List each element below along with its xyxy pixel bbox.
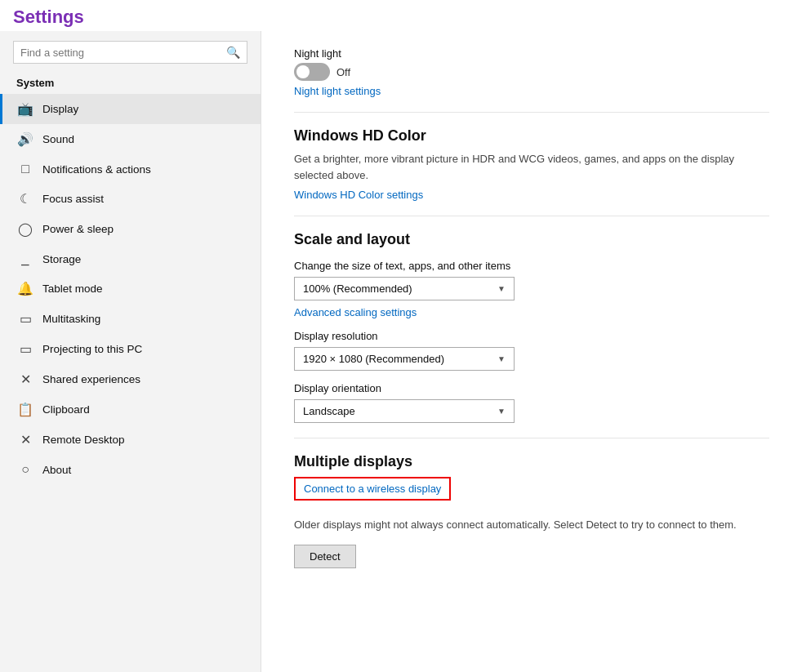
main-content: 🔍 System 📺 Display 🔊 Sound □ Notificatio… <box>0 31 802 672</box>
projecting-icon: ▭ <box>16 341 34 357</box>
orientation-chevron-icon: ▼ <box>497 407 506 416</box>
sidebar-item-sound[interactable]: 🔊 Sound <box>0 124 261 154</box>
focus-assist-icon: ☾ <box>16 191 34 207</box>
sidebar: 🔍 System 📺 Display 🔊 Sound □ Notificatio… <box>0 31 261 672</box>
connect-wireless-link[interactable]: Connect to a wireless display <box>294 477 451 501</box>
sidebar-item-clipboard[interactable]: 📋 Clipboard <box>0 394 261 425</box>
sidebar-item-label-focus-assist: Focus assist <box>42 193 104 205</box>
multiple-displays-heading: Multiple displays <box>294 453 769 470</box>
night-light-toggle[interactable] <box>294 63 330 81</box>
resolution-value: 1920 × 1080 (Recommended) <box>303 353 444 365</box>
divider-2 <box>294 216 769 216</box>
size-value: 100% (Recommended) <box>303 283 412 295</box>
power-icon: ◯ <box>16 221 34 237</box>
advanced-scaling-link[interactable]: Advanced scaling settings <box>294 306 417 318</box>
display-icon: 📺 <box>16 101 34 117</box>
sidebar-section-title: System <box>0 70 261 94</box>
scale-layout-heading: Scale and layout <box>294 231 769 248</box>
scale-layout-section: Scale and layout Change the size of text… <box>294 231 769 423</box>
divider-3 <box>294 438 769 438</box>
sidebar-item-label-sound: Sound <box>42 133 74 145</box>
sound-icon: 🔊 <box>16 131 34 147</box>
sidebar-item-projecting[interactable]: ▭ Projecting to this PC <box>0 334 261 364</box>
resolution-dropdown[interactable]: 1920 × 1080 (Recommended) ▼ <box>294 347 515 371</box>
sidebar-item-label-projecting: Projecting to this PC <box>42 343 142 355</box>
detect-button[interactable]: Detect <box>294 545 356 568</box>
orientation-value: Landscape <box>303 405 355 417</box>
title-bar: Settings <box>0 0 802 31</box>
sidebar-item-label-notifications: Notifications & actions <box>42 163 151 176</box>
sidebar-item-storage[interactable]: ⎯ Storage <box>0 244 261 274</box>
main-panel: Night light Off Night light settings Win… <box>261 31 802 672</box>
sidebar-item-power-sleep[interactable]: ◯ Power & sleep <box>0 214 261 244</box>
hd-color-description: Get a brighter, more vibrant picture in … <box>294 151 769 183</box>
size-label: Change the size of text, apps, and other… <box>294 260 769 272</box>
toggle-knob <box>296 65 310 78</box>
night-light-state: Off <box>336 66 350 78</box>
tablet-icon: 🔔 <box>16 281 34 296</box>
sidebar-item-shared-experiences[interactable]: ✕ Shared experiences <box>0 364 261 394</box>
resolution-chevron-icon: ▼ <box>497 354 506 363</box>
sidebar-item-label-tablet-mode: Tablet mode <box>42 283 103 295</box>
multiple-displays-section: Multiple displays Connect to a wireless … <box>294 453 769 568</box>
multitasking-icon: ▭ <box>16 311 34 327</box>
sidebar-item-label-shared-experiences: Shared experiences <box>42 373 140 385</box>
search-icon: 🔍 <box>226 46 240 59</box>
night-light-settings-link[interactable]: Night light settings <box>294 85 381 97</box>
search-input[interactable] <box>20 47 226 59</box>
hd-color-heading: Windows HD Color <box>294 127 769 145</box>
orientation-dropdown[interactable]: Landscape ▼ <box>294 399 515 423</box>
divider-1 <box>294 112 769 113</box>
sidebar-item-focus-assist[interactable]: ☾ Focus assist <box>0 184 261 214</box>
night-light-section: Night light Off Night light settings <box>294 47 769 97</box>
sidebar-item-label-about: About <box>42 464 71 476</box>
hd-color-settings-link[interactable]: Windows HD Color settings <box>294 189 423 201</box>
search-box[interactable]: 🔍 <box>13 41 247 64</box>
sidebar-item-notifications[interactable]: □ Notifications & actions <box>0 154 261 184</box>
orientation-label: Display orientation <box>294 382 769 394</box>
sidebar-item-label-storage: Storage <box>42 253 81 265</box>
sidebar-item-tablet-mode[interactable]: 🔔 Tablet mode <box>0 274 261 304</box>
shared-icon: ✕ <box>16 372 34 387</box>
remote-desktop-icon: ✕ <box>16 432 34 447</box>
app-container: Settings 🔍 System 📺 Display 🔊 Sound □ <box>0 0 802 672</box>
night-light-label: Night light <box>294 47 769 60</box>
multiple-displays-description: Older displays might not always connect … <box>294 517 769 533</box>
size-chevron-icon: ▼ <box>497 284 506 293</box>
sidebar-item-remote-desktop[interactable]: ✕ Remote Desktop <box>0 425 261 455</box>
resolution-label: Display resolution <box>294 330 769 342</box>
sidebar-item-label-clipboard: Clipboard <box>42 403 90 416</box>
sidebar-item-display[interactable]: 📺 Display <box>0 94 261 124</box>
sidebar-item-label-multitasking: Multitasking <box>42 313 100 325</box>
night-light-toggle-row: Off <box>294 63 769 81</box>
sidebar-item-label-display: Display <box>42 103 78 115</box>
storage-icon: ⎯ <box>16 251 34 266</box>
app-title: Settings <box>13 7 789 31</box>
sidebar-item-label-remote-desktop: Remote Desktop <box>42 434 125 446</box>
size-dropdown[interactable]: 100% (Recommended) ▼ <box>294 277 515 300</box>
sidebar-item-about[interactable]: ○ About <box>0 455 261 484</box>
sidebar-item-label-power-sleep: Power & sleep <box>42 223 114 235</box>
hd-color-section: Windows HD Color Get a brighter, more vi… <box>294 127 769 201</box>
notifications-icon: □ <box>16 162 34 176</box>
about-icon: ○ <box>16 462 34 477</box>
sidebar-item-multitasking[interactable]: ▭ Multitasking <box>0 304 261 334</box>
clipboard-icon: 📋 <box>16 402 34 417</box>
